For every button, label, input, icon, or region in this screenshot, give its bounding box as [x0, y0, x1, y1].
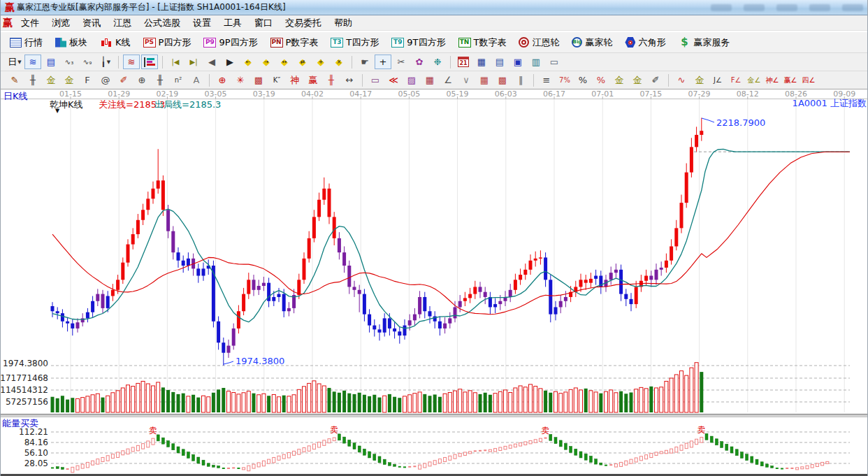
draw-grid-fan-button[interactable]: ▦ — [421, 73, 438, 87]
draw-percent-button[interactable]: % — [574, 73, 591, 87]
view-nav-last-button[interactable]: ▶| — [185, 55, 202, 69]
view-pattern-view-button[interactable]: ≋ — [24, 55, 41, 69]
view-diamond-left-button[interactable]: ◆← — [240, 55, 256, 69]
draw-gold-circle-button[interactable]: 金 — [611, 73, 628, 87]
toolbar-market-quotes-button[interactable]: 行情 — [8, 34, 45, 52]
view-nav-next-button[interactable]: ▶ — [222, 55, 238, 69]
toolbar-9p-square-button[interactable]: P99P四方形 — [201, 34, 259, 52]
draw-gold-wave-button[interactable]: 金 — [691, 73, 708, 87]
view-calendar-button[interactable]: 21 — [455, 55, 472, 69]
draw-k-quote-button[interactable]: K″ — [268, 73, 285, 87]
draw-pen-button[interactable]: ✎ — [6, 73, 23, 87]
view-candle-style-button[interactable]: ╽▼ — [97, 55, 114, 69]
view-notes-button[interactable]: ▤ — [491, 55, 508, 69]
view-crosshair-tool-button[interactable]: + — [375, 55, 391, 69]
menu-formula-stock-pick[interactable]: 公式选股 — [138, 15, 187, 31]
pane-separator[interactable] — [1, 414, 868, 418]
draw-gold-ruler-2-button[interactable]: 金 — [61, 73, 78, 87]
draw-gold-lines-button[interactable]: 金 — [629, 73, 646, 87]
view-diamond-collapse-button[interactable]: ◆× — [331, 55, 347, 69]
toolbar-p-square-button[interactable]: PSP四方形 — [141, 34, 194, 52]
draw-levels-button[interactable]: ≡ — [538, 73, 555, 87]
draw-seven-pct-button[interactable]: 7% — [556, 73, 573, 87]
draw-win-angle-button[interactable]: 赢∠ — [782, 73, 799, 87]
toolbar-winner-wheel-button[interactable]: Big赢家轮 — [570, 34, 614, 52]
menu-tools[interactable]: 工具 — [217, 15, 248, 31]
toolbar-t-number-table-button[interactable]: TNT数字表 — [456, 34, 509, 52]
view-hand-tool-button[interactable]: ☛ — [356, 55, 373, 69]
view-qiankun-pattern-button[interactable]: ≋ — [123, 55, 140, 69]
draw-pen-ruler-button[interactable]: ✐ — [115, 73, 132, 87]
view-flower-tool-button[interactable]: ✿ — [411, 55, 428, 69]
draw-grid-b-button[interactable]: ▩ — [494, 73, 511, 87]
view-measure-tool-button[interactable]: ✂ — [393, 55, 410, 69]
draw-f-ruler-button[interactable]: F — [79, 73, 96, 87]
draw-red-fan-button[interactable]: ≪ — [385, 73, 402, 87]
toolbar-p-number-table-button[interactable]: PNP数字表 — [268, 34, 321, 52]
menu-help[interactable]: 帮助 — [328, 15, 359, 31]
draw-spiral-button[interactable]: @ — [97, 73, 114, 87]
draw-box-tool-button[interactable]: ▭ — [367, 73, 384, 87]
draw-grid-ruler-button[interactable]: ╫ — [323, 73, 340, 87]
draw-percent-line-button[interactable]: % — [593, 73, 609, 87]
draw-shen-angle-button[interactable]: 神∠ — [764, 73, 781, 87]
menu-gann[interactable]: 江恩 — [107, 15, 138, 31]
draw-a-line-button[interactable]: A — [188, 73, 205, 87]
view-diamond-right-button[interactable]: ◆→ — [258, 55, 275, 69]
toolbar-t-square-button[interactable]: T3T四方形 — [328, 34, 381, 52]
draw-angle-lines-button[interactable]: ∠ — [440, 73, 456, 87]
view-note-view-button[interactable]: ▤ — [43, 55, 59, 69]
toolbar-9t-square-button[interactable]: T99T四方形 — [389, 34, 447, 52]
menu-settings[interactable]: 设置 — [187, 15, 217, 31]
draw-boxed-web-button[interactable]: ▩ — [250, 73, 267, 87]
draw-gold-angle-button[interactable]: 金∠ — [746, 73, 762, 87]
draw-gann-circle-button[interactable]: ⊕ — [133, 73, 150, 87]
view-wave-9-button[interactable]: ∿₉ — [79, 55, 96, 69]
view-calculator-button[interactable]: ▦ — [473, 55, 490, 69]
draw-ruler-2-button[interactable]: ╫ — [152, 73, 168, 87]
draw-pen-2-button[interactable]: ✐ — [647, 73, 664, 87]
draw-ruler-button[interactable]: ╫ — [24, 73, 41, 87]
menu-news[interactable]: 资讯 — [76, 15, 107, 31]
menu-trade-order[interactable]: 交易委托 — [279, 15, 328, 31]
view-wave-3-button[interactable]: ∿₃ — [61, 55, 78, 69]
toolbar-sectors-button[interactable]: 板块 — [53, 34, 89, 52]
view-print-button[interactable]: ▭ — [546, 55, 563, 69]
draw-j-angle-button[interactable]: J∠ — [709, 73, 726, 87]
view-diamond-expand-button[interactable]: ◆+ — [312, 55, 329, 69]
draw-win-box-button[interactable]: 赢 — [305, 73, 321, 87]
toolbar-hexagon-button[interactable]: 六角形 — [623, 34, 667, 52]
draw-shen-ruler-button[interactable]: 神 — [287, 73, 303, 87]
draw-gann-fan-circle-button[interactable]: ⊕ — [214, 73, 231, 87]
kline-chart[interactable]: 01-1501-2902-1903-0503-1904-0204-1705-05… — [1, 89, 868, 476]
draw-grid-a-button[interactable]: ▦ — [476, 73, 493, 87]
draw-f-angle-button[interactable]: F∠ — [728, 73, 744, 87]
draw-h-measure-button[interactable]: ↔ — [341, 73, 358, 87]
draw-wave-v-button[interactable]: ∨ — [458, 73, 475, 87]
view-nav-first-button[interactable]: |◀ — [167, 55, 184, 69]
view-histogram-view-button[interactable] — [141, 55, 158, 69]
menu-browse[interactable]: 浏览 — [45, 15, 76, 31]
overlay-dropdown-arrow[interactable]: ▼ — [55, 108, 59, 114]
draw-parallel-button[interactable]: ∥ — [512, 73, 529, 87]
draw-gold-ruler-1-button[interactable]: 金 — [43, 73, 59, 87]
toolbar-gann-wheel-button[interactable]: 江恩轮 — [516, 34, 561, 52]
view-snapshot-button[interactable]: ▥ — [528, 55, 544, 69]
view-diamond-swap-button[interactable]: ◆⇄ — [294, 55, 311, 69]
menu-file[interactable]: 文件 — [15, 15, 45, 31]
draw-n-square-button[interactable]: n² — [170, 73, 187, 87]
toolbar-kline-button[interactable]: K线 — [98, 34, 133, 52]
toolbar-winner-service-button[interactable]: $赢家服务 — [676, 34, 732, 52]
draw-wave-tool-button[interactable]: ∿ — [673, 73, 690, 87]
menu-window[interactable]: 窗口 — [248, 15, 279, 31]
draw-spider-web-button[interactable]: ✳ — [232, 73, 249, 87]
indicator-title[interactable]: 能量买卖 — [2, 417, 38, 430]
view-nav-prev-button[interactable]: ◀ — [203, 55, 220, 69]
draw-four-angle-button[interactable]: 四∠ — [800, 73, 817, 87]
draw-purple-fan-button[interactable]: ▨ — [403, 73, 420, 87]
boxed-web-icon: ▩ — [254, 75, 263, 85]
view-knot-tool-button[interactable]: ❉ — [429, 55, 446, 69]
view-diamond-hboth-button[interactable]: ◆↔ — [276, 55, 293, 69]
view-period-day-button[interactable]: 日▼ — [6, 55, 23, 69]
view-save-button[interactable]: ▣ — [509, 55, 526, 69]
